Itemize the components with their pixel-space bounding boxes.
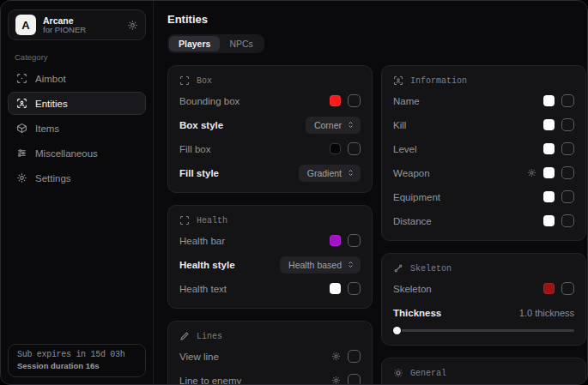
setting-row: Fill box (179, 140, 361, 158)
chevrons-up-down-icon (347, 121, 355, 129)
scan-heart-icon (179, 215, 190, 226)
setting-row: Fill style Gradient (179, 164, 361, 182)
entity-tabs: Players NPCs (167, 34, 264, 53)
sidebar-item-miscellaneous[interactable]: Miscellaneous (8, 141, 146, 165)
color-swatch[interactable] (330, 95, 341, 106)
setting-label: Health style (179, 260, 280, 270)
distance-checkbox[interactable] (561, 214, 574, 227)
setting-row: Line to enemy (179, 371, 361, 385)
gear-icon[interactable] (127, 20, 138, 31)
gear-icon[interactable] (331, 376, 341, 385)
setting-row: Distance (393, 212, 574, 230)
setting-row: Kill (393, 116, 574, 134)
information-section: Information Name Kill (381, 65, 586, 241)
gear-icon[interactable] (331, 352, 341, 361)
color-swatch[interactable] (330, 143, 341, 154)
health-bar-checkbox[interactable] (348, 234, 361, 247)
box-section: Box Bounding box Box style Corne (167, 65, 373, 193)
slider-thumb[interactable] (393, 327, 401, 334)
setting-row: View line (179, 347, 361, 365)
color-swatch[interactable] (543, 143, 555, 154)
section-title: Box (197, 76, 212, 86)
setting-label: Box style (179, 120, 306, 130)
setting-row: Health style Health based (179, 256, 361, 274)
setting-label: Skeleton (393, 284, 543, 294)
color-swatch[interactable] (543, 215, 555, 226)
crosshair-scan-icon (16, 73, 27, 84)
gear-icon[interactable] (527, 168, 536, 177)
sidebar-item-aimbot[interactable]: Aimbot (8, 67, 146, 90)
equipment-checkbox[interactable] (561, 190, 574, 203)
bone-icon (393, 263, 403, 274)
app-name: Arcane (43, 15, 120, 26)
thickness-slider[interactable] (393, 327, 574, 334)
setting-label: Fill style (179, 168, 299, 178)
setting-label: Fill box (179, 144, 330, 154)
tab-npcs[interactable]: NPCs (220, 36, 262, 51)
fill-style-dropdown[interactable]: Gradient (299, 165, 361, 182)
section-title: General (410, 369, 446, 378)
color-swatch[interactable] (330, 283, 341, 294)
setting-row: Thickness 1.0 thickness (393, 304, 574, 322)
setting-label: Health text (179, 284, 330, 294)
line-to-enemy-checkbox[interactable] (348, 374, 361, 385)
setting-row: Bounding box (179, 92, 361, 110)
setting-row: Box style Corner (179, 116, 361, 134)
setting-row: Level (393, 140, 574, 158)
setting-label: Weapon (393, 168, 527, 178)
color-swatch[interactable] (543, 283, 555, 294)
health-style-dropdown[interactable]: Health based (280, 256, 361, 274)
sidebar-item-settings[interactable]: Settings (8, 166, 146, 189)
sidebar-item-label: Items (35, 123, 59, 134)
sliders-icon (16, 147, 27, 159)
color-swatch[interactable] (330, 235, 341, 246)
sidebar-item-label: Settings (35, 173, 71, 183)
setting-label: Kill (393, 120, 543, 130)
sub-expiry-text: Sub expires in 15d 03h (17, 350, 136, 359)
sidebar-item-label: Miscellaneous (35, 148, 98, 159)
setting-row: Health bar (179, 232, 361, 250)
fill-box-checkbox[interactable] (348, 142, 361, 155)
name-checkbox[interactable] (561, 94, 574, 107)
app-window: A Arcane for PIONER Category Aimbot (0, 0, 588, 385)
setting-label: Equipment (393, 192, 543, 202)
setting-label: Distance (393, 216, 543, 226)
page-title: Entities (167, 13, 586, 26)
setting-row: Skeleton (393, 280, 574, 298)
pencil-line-icon (179, 331, 190, 341)
view-line-checkbox[interactable] (348, 350, 361, 363)
lines-section: Lines View line Line to enemy (167, 321, 373, 385)
weapon-checkbox[interactable] (561, 166, 574, 179)
color-swatch[interactable] (543, 191, 555, 202)
scan-box-icon (179, 75, 190, 86)
skeleton-checkbox[interactable] (561, 282, 574, 295)
kill-checkbox[interactable] (561, 118, 574, 131)
setting-row: Health text (179, 280, 361, 298)
tab-players[interactable]: Players (169, 36, 220, 51)
section-title: Health (197, 216, 227, 226)
level-checkbox[interactable] (561, 142, 574, 155)
health-text-checkbox[interactable] (348, 282, 361, 295)
setting-label: Health bar (179, 236, 330, 246)
user-scan-icon (393, 75, 403, 86)
box-style-dropdown[interactable]: Corner (306, 117, 361, 134)
setting-label: Bounding box (179, 96, 330, 106)
health-section: Health Health bar Health style H (167, 205, 373, 309)
section-title: Lines (197, 332, 222, 341)
color-swatch[interactable] (543, 119, 555, 130)
brand-card: A Arcane for PIONER (8, 9, 146, 40)
sidebar-item-items[interactable]: Items (8, 117, 146, 140)
sidebar-item-label: Aimbot (35, 74, 66, 84)
sidebar-nav: Aimbot Entities Items Miscellaneous (8, 67, 146, 189)
sidebar: A Arcane for PIONER Category Aimbot (1, 1, 154, 384)
sun-icon (393, 368, 403, 378)
setting-label: View line (179, 352, 331, 362)
setting-label: Level (393, 144, 543, 154)
bounding-box-checkbox[interactable] (348, 94, 361, 107)
sidebar-item-label: Entities (35, 99, 68, 109)
session-duration-text: Session duration 16s (17, 361, 136, 370)
package-icon (16, 123, 27, 134)
color-swatch[interactable] (543, 167, 555, 178)
color-swatch[interactable] (543, 95, 555, 106)
sidebar-item-entities[interactable]: Entities (8, 92, 146, 115)
